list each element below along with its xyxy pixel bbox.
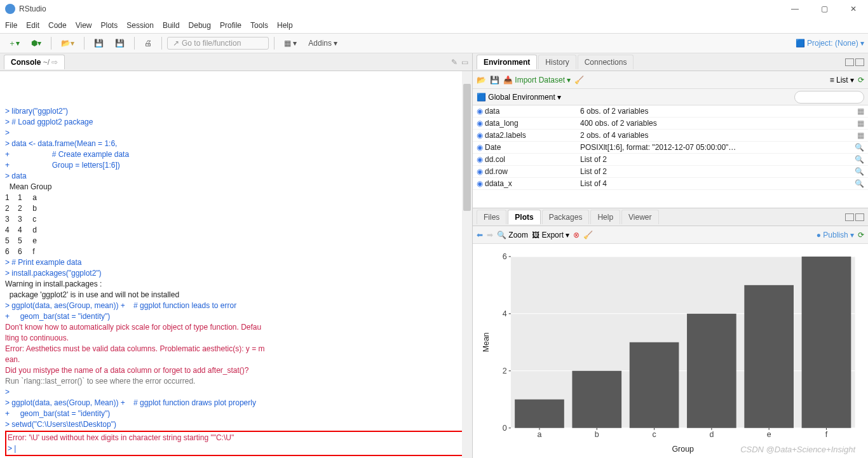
addins-button[interactable]: Addins ▾ [304, 36, 342, 50]
menu-file[interactable]: File [5, 21, 17, 30]
plots-toolbar: ⬅ ➡ 🔍 Zoom 🖼 Export ▾ ⊗ 🧹 ● Publish ▾ ⟳ [473, 226, 868, 244]
broom-icon[interactable]: ✎ [451, 58, 458, 67]
list-view-button[interactable]: ≡ List ▾ [830, 76, 854, 84]
bar-chart: 0246abcdefGroupMean [479, 249, 862, 455]
pane-min-icon[interactable] [845, 213, 854, 221]
grid-button[interactable]: ▦ ▾ [280, 36, 301, 50]
tab-connections[interactable]: Connections [578, 55, 634, 69]
environment-pane: Environment History Connections 📂 💾 📥 Im… [473, 53, 868, 208]
menu-debug[interactable]: Debug [189, 21, 211, 30]
env-row[interactable]: ◉DatePOSIXlt[1:6], format: "2012-12-07 0… [473, 142, 868, 154]
env-row[interactable]: ◉dd.colList of 2🔍 [473, 154, 868, 166]
menu-plots[interactable]: Plots [101, 21, 118, 30]
remove-plot-button[interactable]: ⊗ [573, 231, 580, 239]
env-row[interactable]: ◉data6 obs. of 2 variables▦ [473, 105, 868, 118]
import-dataset-button[interactable]: 📥 Import Dataset ▾ [503, 76, 571, 84]
save-button[interactable]: 💾 [90, 36, 108, 50]
env-row[interactable]: ◉data_long400 obs. of 2 variables▦ [473, 118, 868, 130]
svg-rect-16 [572, 371, 621, 428]
env-row[interactable]: ◉dd.rowList of 2🔍 [473, 166, 868, 178]
menu-code[interactable]: Code [48, 21, 67, 30]
pane-max-icon[interactable] [855, 58, 864, 66]
console-tabbar: Console ~/ ⇨ ✎ ▭ [0, 53, 472, 71]
env-row[interactable]: ◉data2.labels2 obs. of 4 variables▦ [473, 130, 868, 142]
menubar: FileEditCodeViewPlotsSessionBuildDebugPr… [0, 18, 868, 33]
refresh-icon[interactable]: ⟳ [858, 76, 864, 84]
svg-text:b: b [595, 431, 599, 440]
svg-text:a: a [538, 431, 542, 440]
svg-rect-22 [687, 314, 736, 428]
close-button[interactable]: ✕ [839, 0, 868, 18]
menu-session[interactable]: Session [126, 21, 154, 30]
save-all-button[interactable]: 💾 [111, 36, 129, 50]
plot-prev-button[interactable]: ⬅ [477, 231, 483, 239]
svg-text:4: 4 [503, 309, 507, 318]
publish-button[interactable]: ● Publish ▾ [817, 231, 854, 239]
rstudio-logo-icon [5, 4, 15, 14]
menu-edit[interactable]: Edit [26, 21, 39, 30]
svg-rect-19 [630, 342, 679, 428]
print-button[interactable]: 🖨 [140, 36, 156, 50]
svg-rect-28 [802, 257, 851, 428]
load-ws-icon[interactable]: 📂 [477, 76, 486, 84]
scope-selector[interactable]: 🟦 Global Environment ▾ [477, 93, 561, 102]
menu-view[interactable]: View [76, 21, 92, 30]
menu-profile[interactable]: Profile [220, 21, 241, 30]
menu-help[interactable]: Help [277, 21, 293, 30]
pane-max-icon[interactable] [855, 213, 864, 221]
tab-history[interactable]: History [538, 55, 576, 69]
env-row[interactable]: ◉ddata_xList of 4🔍 [473, 178, 868, 190]
refresh-plots-icon[interactable]: ⟳ [858, 231, 864, 239]
scrollbar[interactable] [462, 71, 472, 458]
new-project-button[interactable]: ⬢▾ [27, 36, 46, 50]
env-list[interactable]: ◉data6 obs. of 2 variables▦◉data_long400… [473, 105, 868, 208]
svg-text:f: f [825, 431, 828, 440]
tab-viewer[interactable]: Viewer [621, 210, 658, 224]
tab-files[interactable]: Files [477, 210, 506, 224]
goto-file-input[interactable]: ↗ Go to file/function [167, 37, 269, 50]
titlebar: RStudio — ▢ ✕ [0, 0, 868, 18]
clear-plots-icon[interactable]: 🧹 [583, 231, 593, 239]
tab-environment[interactable]: Environment [477, 55, 537, 69]
svg-text:d: d [709, 431, 714, 440]
console-pane: Console ~/ ⇨ ✎ ▭ > library("ggplot2")> #… [0, 53, 473, 458]
new-file-button[interactable]: ＋▾ [4, 36, 24, 51]
plot-next-button[interactable]: ➡ [487, 231, 493, 239]
svg-rect-25 [744, 285, 794, 428]
main-toolbar: ＋▾ ⬢▾ 📂▾ 💾 💾 🖨 ↗ Go to file/function ▦ ▾… [0, 33, 868, 53]
plots-tabbar: Files Plots Packages Help Viewer [473, 208, 868, 226]
svg-text:c: c [652, 431, 656, 440]
tab-plots[interactable]: Plots [508, 210, 540, 224]
svg-rect-13 [515, 400, 564, 428]
plots-pane: Files Plots Packages Help Viewer ⬅ ➡ 🔍 Z… [473, 208, 868, 458]
env-search-input[interactable] [794, 91, 864, 104]
zoom-button[interactable]: 🔍 Zoom [497, 231, 528, 239]
svg-text:Group: Group [672, 445, 694, 454]
env-tabbar: Environment History Connections [473, 53, 868, 71]
save-ws-icon[interactable]: 💾 [490, 76, 499, 84]
menu-tools[interactable]: Tools [250, 21, 268, 30]
clear-ws-icon[interactable]: 🧹 [574, 76, 584, 84]
env-toolbar: 📂 💾 📥 Import Dataset ▾ 🧹 ≡ List ▾ ⟳ [473, 71, 868, 89]
scrollbar-thumb[interactable] [463, 84, 471, 211]
pane-max-icon[interactable]: ▭ [461, 58, 468, 67]
svg-text:0: 0 [503, 424, 507, 433]
svg-text:2: 2 [503, 367, 507, 375]
minimize-button[interactable]: — [780, 0, 810, 18]
tab-help[interactable]: Help [590, 210, 620, 224]
open-file-button[interactable]: 📂▾ [57, 36, 79, 50]
project-menu[interactable]: 🟦 Project: (None) ▾ [796, 39, 864, 48]
window-title: RStudio [19, 4, 46, 13]
tab-console[interactable]: Console ~/ ⇨ [4, 55, 65, 69]
pane-min-icon[interactable] [845, 58, 854, 66]
svg-text:Mean: Mean [482, 332, 491, 352]
export-button[interactable]: 🖼 Export ▾ [532, 231, 569, 239]
menu-build[interactable]: Build [163, 21, 180, 30]
plot-canvas: 0246abcdefGroupMean CSDN @Data+Science+I… [473, 244, 868, 458]
tab-packages[interactable]: Packages [542, 210, 590, 224]
svg-text:e: e [767, 431, 771, 440]
console-output[interactable]: > library("ggplot2")> # Load ggplot2 pac… [0, 71, 472, 458]
watermark: CSDN @Data+Science+Insight [740, 445, 855, 454]
svg-text:6: 6 [503, 252, 507, 261]
maximize-button[interactable]: ▢ [810, 0, 839, 18]
